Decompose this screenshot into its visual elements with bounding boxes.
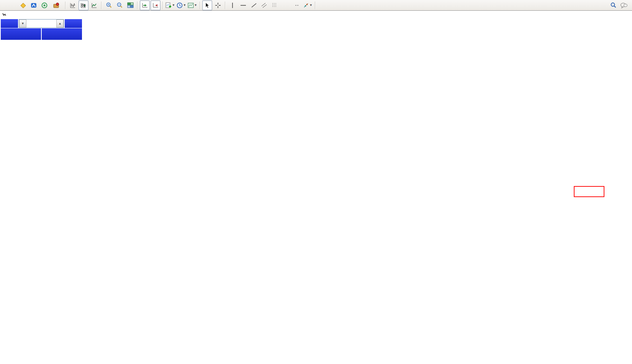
line-chart-icon[interactable] [89,0,99,10]
toolbar-separator [101,2,102,9]
mt4-window: ▼ ▼ ▼ [0,0,632,364]
new-chart-icon [165,2,172,8]
buy-price[interactable] [42,28,82,40]
sell-price[interactable] [1,28,41,40]
vertical-line-icon[interactable] [228,0,237,10]
bar-chart-icon[interactable] [68,0,78,10]
price-chart-canvas[interactable] [0,11,632,364]
arrows-icon [303,2,309,8]
text-icon[interactable] [281,0,291,10]
metaquotes-icon[interactable] [29,0,39,10]
template-icon [188,2,194,8]
zoom-out-icon[interactable] [115,0,124,10]
buy-button[interactable] [65,19,82,28]
volume-decrease-button[interactable]: ▼ [19,20,26,28]
new-order-button[interactable] [0,0,17,10]
toolbar-separator [137,2,138,9]
toolbar-separator [315,2,316,9]
cursor-icon[interactable] [202,0,212,10]
clock-icon [177,2,183,8]
chevron-down-icon: ▼ [183,3,186,7]
toolbar-separator [200,2,200,9]
toolbar-separator [162,2,163,9]
chart-title [2,13,10,16]
chevron-down-icon: ▼ [172,3,175,7]
auto-scroll-icon[interactable] [140,0,150,10]
arrows-button[interactable]: ▼ [303,0,313,10]
favorites-icon[interactable] [18,0,28,10]
chart-window: ▼ ▲ [0,11,632,364]
price-callout-box[interactable] [574,186,604,197]
trendline-icon[interactable] [249,0,259,10]
volume-input[interactable] [26,20,56,28]
volume-stepper: ▼ ▲ [19,19,64,28]
chat-icon[interactable] [619,0,629,10]
chart-shift-icon[interactable] [151,0,160,10]
one-click-trading-panel: ▼ ▲ [1,19,82,40]
sell-button[interactable] [1,19,18,28]
equidistant-channel-icon[interactable] [260,0,270,10]
candlestick-icon[interactable] [79,0,88,10]
text-label-icon[interactable] [292,0,302,10]
tile-windows-icon[interactable] [125,0,135,10]
fibonacci-icon[interactable] [270,0,280,10]
toolbar: ▼ ▼ ▼ [0,0,632,11]
toolbar-separator [65,2,66,9]
chevron-down-icon: ▼ [194,3,197,7]
template-button[interactable]: ▼ [187,0,198,10]
new-chart-button[interactable]: ▼ [165,0,175,10]
autotrade-icon [53,2,59,8]
crosshair-icon[interactable] [213,0,223,10]
zoom-in-icon[interactable] [104,0,114,10]
toolbar-separator [225,2,226,9]
autotrade-button[interactable] [50,0,63,10]
period-button[interactable]: ▼ [176,0,187,10]
volume-increase-button[interactable]: ▲ [56,20,64,28]
community-icon[interactable] [39,0,49,10]
chevron-down-icon: ▼ [309,3,313,7]
horizontal-line-icon[interactable] [238,0,248,10]
search-icon[interactable] [608,0,618,10]
chart-pointer-icon [2,13,6,16]
